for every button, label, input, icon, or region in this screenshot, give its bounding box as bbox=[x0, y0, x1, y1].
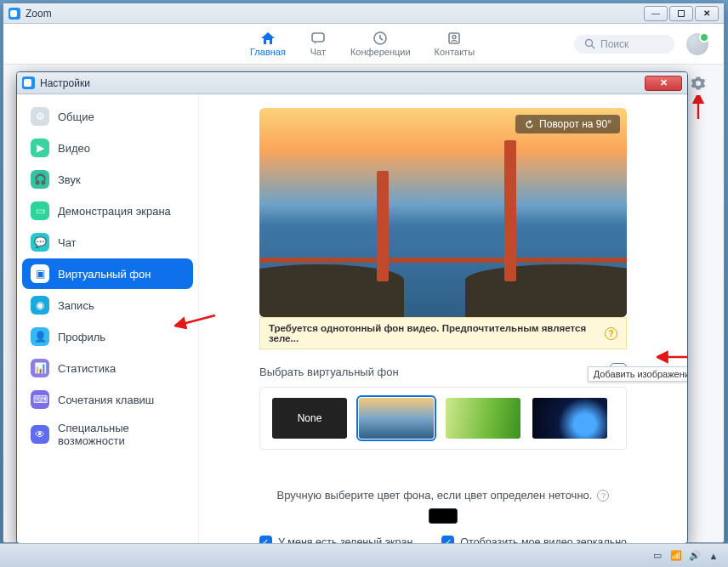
settings-modal: Настройки ✕ ⚙Общие ▶Видео 🎧Звук ▭Демонст… bbox=[16, 71, 688, 544]
zoom-app-icon bbox=[9, 8, 20, 20]
close-button[interactable]: ✕ bbox=[695, 6, 719, 21]
tray-icon[interactable]: 🔊 bbox=[689, 550, 701, 562]
add-image-tooltip: Добавить изображение bbox=[588, 366, 687, 382]
sidebar-item-audio[interactable]: 🎧Звук bbox=[22, 164, 193, 195]
tab-home[interactable]: Главная bbox=[250, 31, 286, 57]
stats-icon: 📊 bbox=[31, 359, 49, 377]
chat-icon: 💬 bbox=[31, 233, 49, 252]
bg-thumb-none[interactable]: None bbox=[272, 398, 347, 439]
svg-rect-0 bbox=[312, 33, 324, 42]
checkbox-icon: ✓ bbox=[259, 536, 272, 543]
nav-bar: Главная Чат Конференции Контакты Поиск bbox=[3, 24, 724, 65]
zoom-titlebar[interactable]: Zoom — ✕ bbox=[3, 3, 724, 24]
search-placeholder: Поиск bbox=[600, 38, 628, 50]
help-icon[interactable]: ? bbox=[605, 327, 617, 340]
settings-title-text: Настройки bbox=[40, 77, 90, 89]
checkbox-label: Отобразить мое видео зеркально bbox=[460, 536, 627, 544]
sidebar-item-label: Чат bbox=[58, 236, 77, 249]
search-icon bbox=[584, 38, 595, 49]
video-icon: ▶ bbox=[31, 139, 49, 157]
sidebar-item-label: Профиль bbox=[58, 331, 105, 343]
tray-chevron-icon[interactable]: ▲ bbox=[708, 550, 719, 562]
home-icon bbox=[259, 31, 276, 46]
chat-icon bbox=[310, 31, 327, 46]
bg-thumbnails: None bbox=[259, 387, 627, 450]
annotation-arrow-sidebar bbox=[174, 312, 219, 329]
sidebar-item-label: Специальные возможности bbox=[58, 422, 185, 447]
sidebar-item-shortcuts[interactable]: ⌨Сочетания клавиш bbox=[22, 384, 193, 415]
bg-thumb-earth[interactable] bbox=[532, 398, 607, 439]
headphones-icon: 🎧 bbox=[31, 170, 49, 189]
sidebar-item-record[interactable]: ◉Запись bbox=[22, 290, 193, 320]
svg-line-5 bbox=[592, 46, 594, 48]
svg-point-3 bbox=[452, 36, 456, 39]
checkbox-label: У меня есть зеленый экран bbox=[278, 536, 412, 544]
sidebar-item-profile[interactable]: 👤Профиль bbox=[22, 321, 193, 352]
warning-text: Требуется однотонный фон видео. Предпочт… bbox=[269, 323, 598, 343]
tab-meetings[interactable]: Конференции bbox=[350, 31, 411, 57]
share-icon: ▭ bbox=[31, 201, 49, 220]
sidebar-item-stats[interactable]: 📊Статистика bbox=[22, 353, 193, 383]
sidebar-item-label: Виртуальный фон bbox=[58, 268, 151, 281]
tab-label: Контакты bbox=[435, 47, 475, 57]
clock-icon bbox=[372, 31, 389, 46]
tab-chat[interactable]: Чат bbox=[310, 31, 327, 57]
background-icon: ▣ bbox=[31, 264, 49, 283]
profile-icon: 👤 bbox=[31, 327, 49, 346]
sidebar-item-label: Демонстрация экрана bbox=[58, 205, 171, 218]
zoom-title-text: Zoom bbox=[26, 8, 52, 20]
bg-thumb-bridge[interactable] bbox=[359, 398, 434, 439]
help-icon[interactable]: ? bbox=[597, 490, 609, 502]
sidebar-item-chat[interactable]: 💬Чат bbox=[22, 227, 193, 258]
rotate-icon bbox=[524, 119, 535, 130]
settings-sidebar: ⚙Общие ▶Видео 🎧Звук ▭Демонстрация экрана… bbox=[17, 94, 199, 543]
tab-label: Чат bbox=[310, 47, 326, 57]
bg-thumb-label: None bbox=[298, 412, 322, 424]
settings-close-button[interactable]: ✕ bbox=[645, 76, 682, 91]
tab-contacts[interactable]: Контакты bbox=[435, 31, 475, 57]
checkbox-mirror-video[interactable]: ✓Отобразить мое видео зеркально bbox=[441, 536, 627, 543]
sidebar-item-label: Статистика bbox=[58, 362, 116, 375]
tray-icon[interactable]: 📶 bbox=[670, 550, 682, 562]
rotate-label: Поворот на 90° bbox=[539, 118, 611, 130]
sidebar-item-accessibility[interactable]: 👁Специальные возможности bbox=[22, 416, 193, 453]
checkbox-icon: ✓ bbox=[441, 536, 454, 543]
sidebar-item-label: Видео bbox=[58, 142, 90, 155]
gear-icon[interactable] bbox=[691, 76, 706, 91]
choose-bg-label: Выбрать виртуальный фон bbox=[259, 366, 399, 378]
rotate-button[interactable]: Поворот на 90° bbox=[515, 115, 620, 133]
sidebar-item-video[interactable]: ▶Видео bbox=[22, 133, 193, 163]
settings-titlebar[interactable]: Настройки ✕ bbox=[17, 72, 687, 94]
tray-icon[interactable]: ▭ bbox=[651, 550, 663, 562]
sidebar-item-label: Общие bbox=[58, 111, 94, 123]
bg-thumb-grass[interactable] bbox=[446, 398, 520, 439]
annotation-arrow-add bbox=[657, 348, 687, 366]
minimize-button[interactable]: — bbox=[644, 6, 668, 21]
tab-label: Конференции bbox=[350, 47, 411, 57]
sidebar-item-share[interactable]: ▭Демонстрация экрана bbox=[22, 196, 193, 226]
sidebar-item-label: Запись bbox=[58, 299, 94, 312]
warning-banner: Требуется однотонный фон видео. Предпочт… bbox=[259, 317, 627, 349]
taskbar[interactable]: ▭ 📶 🔊 ▲ bbox=[0, 543, 728, 567]
zoom-main-window: Zoom — ✕ Главная Чат Конференции Контакт… bbox=[3, 3, 725, 543]
record-icon: ◉ bbox=[31, 296, 49, 315]
gear-icon: ⚙ bbox=[31, 107, 49, 126]
video-preview: Поворот на 90° bbox=[259, 108, 627, 317]
maximize-button[interactable] bbox=[669, 6, 693, 21]
svg-point-4 bbox=[586, 40, 593, 47]
accessibility-icon: 👁 bbox=[31, 425, 49, 444]
zoom-app-icon bbox=[22, 77, 35, 89]
search-input[interactable]: Поиск bbox=[574, 35, 674, 54]
sidebar-item-virtualbg[interactable]: ▣Виртуальный фон bbox=[22, 258, 193, 289]
avatar-button[interactable] bbox=[686, 33, 708, 55]
sidebar-item-label: Сочетания клавиш bbox=[58, 394, 154, 406]
settings-content: Поворот на 90° Требуется однотонный фон … bbox=[199, 94, 687, 543]
contacts-icon bbox=[446, 31, 463, 46]
keyboard-icon: ⌨ bbox=[31, 390, 49, 409]
checkbox-green-screen[interactable]: ✓У меня есть зеленый экран bbox=[259, 536, 412, 543]
sidebar-item-label: Звук bbox=[58, 173, 81, 186]
sidebar-item-general[interactable]: ⚙Общие bbox=[22, 101, 193, 132]
manual-color-label: Вручную выберите цвет фона, если цвет оп… bbox=[277, 489, 593, 502]
color-swatch[interactable] bbox=[429, 508, 458, 524]
svg-line-8 bbox=[179, 315, 215, 325]
